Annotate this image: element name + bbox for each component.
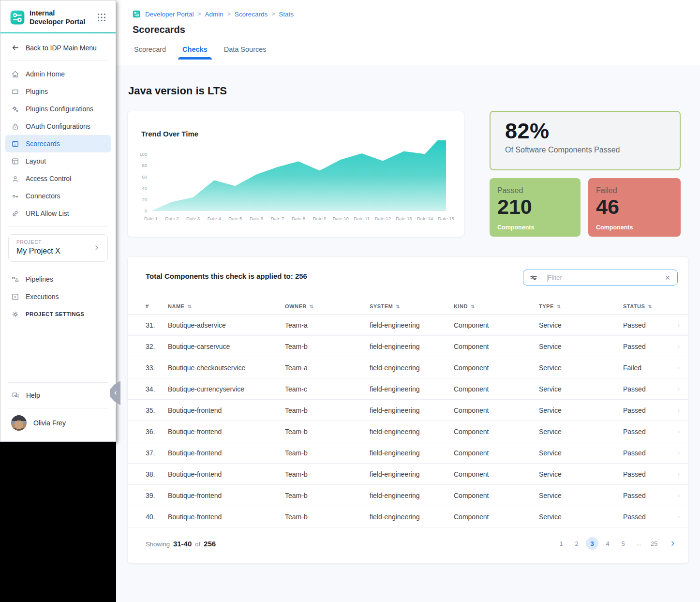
- y-tick-label: 100: [139, 151, 147, 157]
- sidebar-item-oauth-configurations[interactable]: OAuth Configurations: [5, 118, 111, 135]
- sidebar-item-plugins[interactable]: Plugins: [5, 83, 111, 100]
- cell-num: 39.: [146, 492, 168, 499]
- next-page-button[interactable]: [669, 540, 677, 547]
- y-tick-label: 80: [142, 163, 147, 168]
- sidebar-item-access-control[interactable]: Access Control: [5, 170, 111, 187]
- cell-owner: Team-b: [285, 470, 370, 478]
- scorecard-icon: [11, 140, 19, 148]
- column-header-name[interactable]: NAME⇅: [168, 303, 285, 309]
- column-header-status[interactable]: STATUS⇅: [623, 303, 676, 309]
- table-row[interactable]: 35.Boutique-frontendTeam-bfield-engineer…: [128, 399, 688, 421]
- row-chevron-icon: ›: [678, 428, 680, 435]
- page-button-3[interactable]: 3: [586, 537, 598, 550]
- clear-filter-icon[interactable]: ✕: [665, 274, 671, 281]
- breadcrumb-developer-portal[interactable]: Developer Portal: [145, 11, 194, 18]
- breadcrumb-stats[interactable]: Stats: [279, 11, 294, 18]
- page-button-1[interactable]: 1: [555, 537, 567, 550]
- cell-status: Passed: [623, 513, 676, 521]
- cell-type: Service: [539, 364, 623, 372]
- page-button-25[interactable]: 25: [648, 537, 660, 550]
- back-to-main-menu[interactable]: Back to IDP Main Menu: [0, 33, 116, 60]
- trend-area-chart: 020406080100 Date 1Date 2Date 3Date 4Dat…: [132, 140, 461, 226]
- user-icon: [11, 175, 19, 183]
- tab-scorecard[interactable]: Scorecard: [134, 45, 166, 60]
- passed-label: Passed: [497, 186, 573, 195]
- table-row[interactable]: 34.Boutique-currencyserviceTeam-cfield-e…: [128, 378, 688, 399]
- column-header-type[interactable]: TYPE⇅: [539, 303, 623, 309]
- help-button[interactable]: Help: [0, 383, 116, 408]
- connector-icon: [11, 192, 19, 200]
- page-button-4[interactable]: 4: [601, 537, 614, 550]
- percent-caption: Of Software Components Passed: [505, 146, 665, 154]
- sidebar-item-url-allow-list[interactable]: URL Allow List: [5, 205, 111, 222]
- cell-num: 38.: [146, 470, 168, 478]
- sort-icon: ⇅: [187, 304, 192, 309]
- sidebar-item-plugins-configurations[interactable]: Plugins Configurations: [5, 100, 111, 118]
- sidebar-item-connectors[interactable]: Connectors: [5, 187, 111, 205]
- x-tick-label: Date 13: [396, 216, 412, 221]
- sidebar-item-pipelines[interactable]: Pipelines: [5, 271, 111, 288]
- row-chevron-icon: ›: [678, 321, 680, 329]
- breadcrumb-scorecards[interactable]: Scorecards: [235, 11, 268, 18]
- cell-kind: Component: [454, 513, 539, 521]
- table-footer: Showing 31-40 of 256 12345...25: [128, 527, 688, 563]
- cell-system: field-engineering: [370, 470, 454, 478]
- passed-unit: Components: [497, 224, 573, 231]
- table-row[interactable]: 36.Boutique-frontendTeam-bfield-engineer…: [128, 421, 688, 442]
- cell-num: 35.: [146, 406, 168, 414]
- table-row[interactable]: 33.Boutique-checkoutserviceTeam-afield-e…: [128, 357, 688, 378]
- sidebar-item-admin-home[interactable]: Admin Home: [5, 65, 111, 83]
- column-header-kind[interactable]: KIND⇅: [454, 303, 539, 309]
- sidebar-item-label: Scorecards: [26, 140, 60, 148]
- cell-num: 36.: [146, 428, 168, 436]
- cell-num: 33.: [146, 364, 168, 372]
- column-label: KIND: [454, 303, 468, 309]
- table-row[interactable]: 40.Boutique-frontendTeam-bfield-engineer…: [128, 506, 688, 527]
- check-title: Java version is LTS: [128, 85, 227, 97]
- y-tick-label: 40: [142, 185, 147, 191]
- row-chevron-icon: ›: [678, 406, 680, 414]
- passed-card: Passed 210 Components: [490, 178, 581, 237]
- filter-input[interactable]: [538, 274, 665, 281]
- column-label: STATUS: [623, 303, 645, 309]
- sidebar-item-executions[interactable]: Executions: [5, 288, 111, 305]
- project-name: My Project X: [16, 247, 93, 256]
- cell-system: field-engineering: [370, 385, 454, 393]
- brand-header[interactable]: Internal Developer Portal: [0, 0, 116, 32]
- tab-data-sources[interactable]: Data Sources: [224, 45, 267, 60]
- back-label: Back to IDP Main Menu: [26, 44, 97, 52]
- table-row[interactable]: 38.Boutique-frontendTeam-bfield-engineer…: [128, 463, 688, 484]
- column-header-system[interactable]: SYSTEM⇅: [370, 303, 454, 309]
- cell-kind: Component: [454, 470, 539, 478]
- tab-checks[interactable]: Checks: [182, 45, 208, 60]
- showing-total: 256: [204, 540, 216, 548]
- cell-type: Service: [539, 449, 623, 457]
- brand-title: Internal Developer Portal: [30, 9, 91, 26]
- breadcrumb-admin[interactable]: Admin: [205, 11, 223, 18]
- table-row[interactable]: 32.Boutique-carservuceTeam-bfield-engine…: [128, 335, 688, 357]
- cell-status: Passed: [623, 343, 676, 350]
- table-row[interactable]: 37.Boutique-frontendTeam-bfield-engineer…: [128, 442, 688, 463]
- cell-kind: Component: [454, 343, 539, 350]
- app-grid-icon[interactable]: [96, 12, 107, 23]
- project-selector[interactable]: PROJECT My Project X: [8, 234, 108, 262]
- cell-name: Boutique-currencyservice: [168, 385, 285, 393]
- page-button-2[interactable]: 2: [570, 537, 583, 550]
- cell-status: Failed: [623, 364, 676, 372]
- column-header-owner[interactable]: OWNER⇅: [285, 303, 370, 309]
- cell-num: 34.: [146, 385, 168, 393]
- sidebar-item-layout[interactable]: Layout: [5, 152, 111, 170]
- user-profile[interactable]: Olivia Frey: [0, 408, 116, 441]
- table-row[interactable]: 31.Boutique-adserviceTeam-afield-enginee…: [128, 314, 688, 335]
- sidebar-item-project-settings[interactable]: PROJECT SETTINGS: [5, 305, 111, 323]
- cell-status: Passed: [623, 428, 676, 436]
- table-header-row: #NAME⇅OWNER⇅SYSTEM⇅KIND⇅TYPE⇅STATUS⇅: [128, 299, 688, 314]
- column-header-: #: [146, 303, 168, 309]
- table-row[interactable]: 39.Boutique-frontendTeam-bfield-engineer…: [128, 484, 688, 506]
- cell-owner: Team-a: [285, 364, 370, 372]
- cell-system: field-engineering: [370, 513, 454, 521]
- sidebar-item-scorecards[interactable]: Scorecards: [5, 135, 111, 152]
- page-button-5[interactable]: 5: [617, 537, 629, 550]
- cell-owner: Team-b: [285, 428, 370, 436]
- lock-icon: [11, 122, 19, 131]
